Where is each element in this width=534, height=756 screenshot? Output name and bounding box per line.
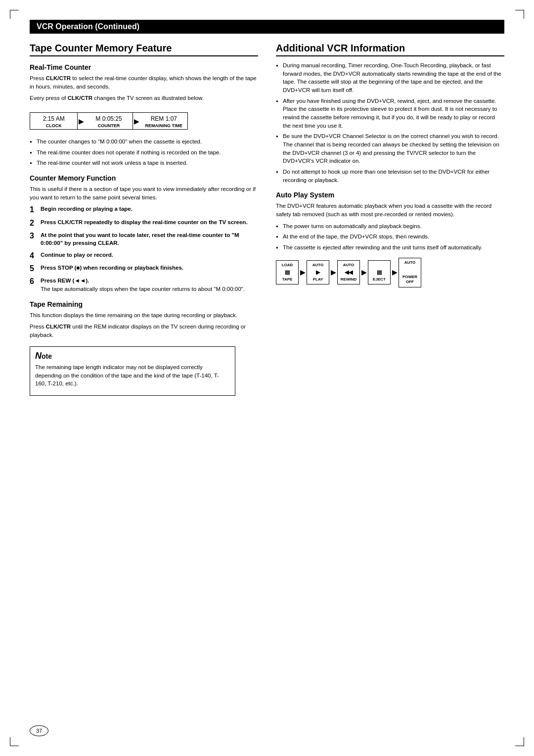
real-time-bullets: The counter changes to "M 0:00:00" when …	[30, 138, 258, 167]
arrow1: ▶	[78, 113, 85, 129]
two-col-layout: Tape Counter Memory Feature Real-Time Co…	[30, 43, 504, 396]
counter-memory-title: Counter Memory Function	[30, 174, 258, 182]
arrow2: ▶	[133, 113, 140, 129]
add-bullet-3: Be sure the DVD+VCR Channel Selector is …	[276, 132, 504, 165]
bullet-item: The counter changes to "M 0:00:00" when …	[30, 138, 258, 146]
step-num-4: 4	[30, 251, 38, 260]
step-num-3: 3	[30, 231, 38, 247]
page-number: 37	[36, 728, 42, 734]
add-bullet-2: After you have finished using the DVD+VC…	[276, 97, 504, 130]
corner-mark-tr	[515, 10, 524, 19]
left-column: Tape Counter Memory Feature Real-Time Co…	[30, 43, 258, 396]
counter-label: COUNTER	[87, 123, 130, 128]
counter-diagram: 2:15 AM CLOCK ▶ M 0:05:25 COUNTER ▶ REM …	[30, 107, 258, 134]
diag-arrow4: ▶	[392, 269, 397, 276]
bullet-item: The real-time counter does not operate i…	[30, 148, 258, 157]
left-section-title: Tape Counter Memory Feature	[30, 43, 258, 56]
rem-value: REM 1:07	[142, 115, 185, 122]
counter-memory-steps: 1 Begin recording or playing a tape. 2 P…	[30, 205, 258, 293]
add-bullet-1: During manual recording, Timer recording…	[276, 61, 504, 94]
counter-cells: 2:15 AM CLOCK ▶ M 0:05:25 COUNTER ▶ REM …	[30, 112, 188, 130]
tape-remaining-title: Tape Remaining	[30, 300, 258, 308]
step-6: 6 Press REW (◄◄). The tape automatically…	[30, 277, 258, 293]
clock-value: 2:15 AM	[32, 115, 75, 122]
right-column: Additional VCR Information During manual…	[276, 43, 504, 287]
step-3: 3 At the point that you want to locate l…	[30, 231, 258, 247]
step-text-6: Press REW (◄◄). The tape automatically s…	[41, 277, 258, 293]
step-text-4: Continue to play or record.	[41, 251, 258, 260]
step-text-5: Press STOP (■) when recording or playbac…	[41, 264, 258, 273]
bullet-item: The real-time counter will not work unle…	[30, 159, 258, 167]
additional-info-bullets: During manual recording, Timer recording…	[276, 61, 504, 184]
note-text: The remaining tape length indicator may …	[35, 363, 230, 388]
corner-mark-bl	[10, 737, 19, 746]
real-time-para1: Press CLK/CTR to select the real-time co…	[30, 74, 258, 91]
step-num-5: 5	[30, 264, 38, 273]
counter-memory-intro: This is useful if there is a section of …	[30, 185, 258, 201]
step-1: 1 Begin recording or playing a tape.	[30, 205, 258, 214]
auto-play-intro: The DVD+VCR features automatic playback …	[276, 202, 504, 218]
ap-bullet-2: At the end of the tape, the DVD+VCR stop…	[276, 233, 504, 241]
diag-arrow2: ▶	[331, 269, 336, 276]
ap-bullet-3: The cassette is ejected after rewinding …	[276, 243, 504, 252]
clock-cell: 2:15 AM CLOCK	[30, 113, 78, 129]
auto-play-bullets: The power turns on automatically and pla…	[276, 222, 504, 252]
auto-play-title: Auto Play System	[276, 191, 504, 199]
step-4: 4 Continue to play or record.	[30, 251, 258, 260]
rem-cell: REM 1:07 REMAINING TIME	[140, 113, 187, 129]
diag-arrow1: ▶	[300, 269, 305, 276]
step-2: 2 Press CLK/CTR repeatedly to display th…	[30, 218, 258, 228]
step-text-1: Begin recording or playing a tape.	[41, 205, 258, 214]
add-bullet-4: Do not attempt to hook up more than one …	[276, 168, 504, 184]
page: VCR Operation (Continued) Tape Counter M…	[0, 0, 534, 756]
real-time-counter-title: Real-Time Counter	[30, 63, 258, 71]
step-num-6: 6	[30, 277, 38, 293]
note-title: Note	[35, 351, 230, 361]
autoplay-diagram: LOAD ▤ TAPE ▶ AUTO ▶ PLAY ▶ AUTO ◀◀ REWI…	[276, 258, 504, 287]
header-title: VCR Operation (Continued)	[37, 22, 139, 31]
note-box: Note The remaining tape length indicator…	[30, 346, 235, 396]
diag-auto-play: AUTO ▶ PLAY	[307, 260, 329, 284]
page-number-area: 37	[30, 725, 48, 736]
diag-arrow3: ▶	[361, 269, 366, 276]
diag-power-off: AUTO POWEROFF	[399, 258, 421, 287]
counter-value: M 0:05:25	[87, 115, 130, 122]
diag-eject: ▤ EJECT	[368, 260, 391, 284]
rem-label: REMAINING TIME	[142, 123, 185, 128]
clock-label: CLOCK	[32, 123, 75, 128]
corner-mark-tl	[10, 10, 19, 19]
header-bar: VCR Operation (Continued)	[30, 20, 504, 34]
page-oval: 37	[30, 725, 48, 736]
counter-cell: M 0:05:25 COUNTER	[85, 113, 133, 129]
step-text-2: Press CLK/CTR repeatedly to display the …	[41, 218, 258, 228]
step-num-2: 2	[30, 218, 38, 228]
diag-load: LOAD ▤ TAPE	[276, 260, 299, 284]
step-num-1: 1	[30, 205, 38, 214]
step-5: 5 Press STOP (■) when recording or playb…	[30, 264, 258, 273]
tape-remaining-para1: This function displays the time remainin…	[30, 311, 258, 320]
real-time-para2: Every press of CLK/CTR changes the TV sc…	[30, 94, 258, 102]
right-section-title: Additional VCR Information	[276, 43, 504, 56]
step-text-3: At the point that you want to locate lat…	[41, 231, 258, 247]
ap-bullet-1: The power turns on automatically and pla…	[276, 222, 504, 231]
diag-auto-rewind: AUTO ◀◀ REWIND	[337, 260, 360, 284]
corner-mark-br	[515, 737, 524, 746]
tape-remaining-para2: Press CLK/CTR until the REM indicator di…	[30, 323, 258, 339]
